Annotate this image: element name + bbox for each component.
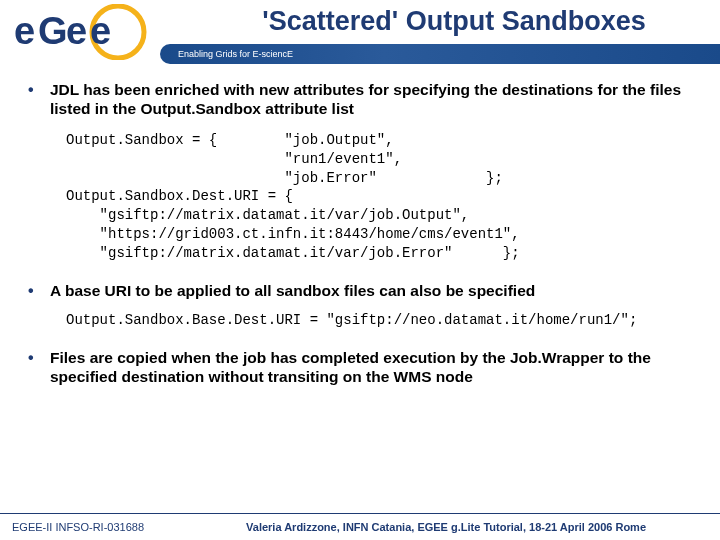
- bullet-dot-icon: •: [28, 281, 50, 300]
- footer-right-text: Valeria Ardizzone, INFN Catania, EGEE g.…: [144, 521, 708, 533]
- svg-text:e: e: [66, 10, 87, 52]
- bullet-dot-icon: •: [28, 80, 50, 119]
- bullet-item: • JDL has been enriched with new attribu…: [28, 80, 692, 119]
- egee-logo: e G e e: [8, 4, 158, 60]
- bullet-text: JDL has been enriched with new attribute…: [50, 80, 692, 119]
- svg-text:G: G: [38, 10, 68, 52]
- bullet-dot-icon: •: [28, 348, 50, 387]
- subtitle-bar: Enabling Grids for E-sciencE: [160, 44, 720, 64]
- bullet-item: • Files are copied when the job has comp…: [28, 348, 692, 387]
- slide-footer: EGEE-II INFSO-RI-031688 Valeria Ardizzon…: [0, 514, 720, 540]
- bullet-item: • A base URI to be applied to all sandbo…: [28, 281, 692, 300]
- svg-text:e: e: [90, 10, 111, 52]
- slide-header: e G e e 'Scattered' Output Sandboxes Ena…: [0, 0, 720, 66]
- footer-left-text: EGEE-II INFSO-RI-031688: [12, 521, 144, 533]
- slide-title: 'Scattered' Output Sandboxes: [160, 0, 720, 37]
- svg-text:e: e: [14, 10, 35, 52]
- bullet-text: Files are copied when the job has comple…: [50, 348, 692, 387]
- slide-content: • JDL has been enriched with new attribu…: [0, 66, 720, 387]
- subtitle-text: Enabling Grids for E-sciencE: [178, 49, 293, 59]
- code-block-sandbox: Output.Sandbox = { "job.Output", "run1/e…: [66, 131, 692, 263]
- bullet-text: A base URI to be applied to all sandbox …: [50, 281, 692, 300]
- code-block-baseuri: Output.Sandbox.Base.Dest.URI = "gsiftp:/…: [66, 312, 692, 330]
